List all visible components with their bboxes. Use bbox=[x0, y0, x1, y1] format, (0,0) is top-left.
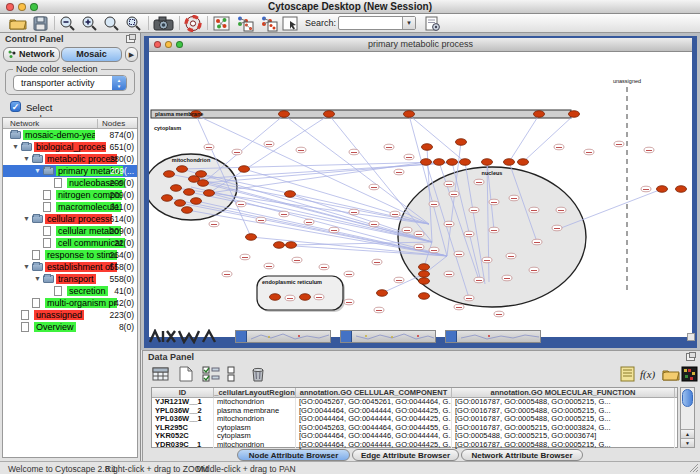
attribute-matrix-icon[interactable] bbox=[681, 365, 700, 383]
window-titlebar[interactable]: Cytoscape Desktop (New Session) bbox=[0, 0, 700, 14]
column-header-0[interactable]: ID bbox=[152, 388, 214, 398]
tree-col-nodes[interactable]: Nodes bbox=[102, 119, 125, 128]
tree-col-network[interactable]: Network bbox=[10, 119, 39, 128]
minimized-network-window-3[interactable] bbox=[445, 330, 541, 343]
unassigned-label: unassigned bbox=[613, 78, 641, 84]
expand-triangle-icon[interactable]: ▼ bbox=[12, 143, 19, 151]
open-session-icon[interactable] bbox=[8, 15, 28, 32]
scroll-down-arrow[interactable]: ▼ bbox=[681, 438, 694, 447]
delete-attribute-icon[interactable] bbox=[248, 365, 268, 383]
expand-triangle-icon[interactable]: ▼ bbox=[34, 275, 41, 283]
tree-row-cell-communicat[interactable]: cell communicat22(0) bbox=[3, 237, 137, 249]
tab-mosaic[interactable]: Mosaic bbox=[61, 47, 122, 62]
attribute-editor-icon[interactable] bbox=[618, 365, 638, 383]
tab-edge-attribute-browser[interactable]: Edge Attribute Browser bbox=[352, 449, 459, 461]
selected-gene-node bbox=[324, 111, 335, 118]
table-scrollbar[interactable]: ▲ ▼ bbox=[680, 387, 695, 448]
netwin-resize-grip[interactable] bbox=[687, 333, 695, 341]
node-color-dropdown[interactable]: transporter activity ▲▼ bbox=[13, 75, 127, 91]
zoom-fit-icon[interactable] bbox=[102, 15, 122, 32]
window-resize-grip[interactable] bbox=[689, 463, 699, 473]
table-row-YLR295C[interactable]: YLR295Ccytoplasm[GO:0045263, GO:0044464,… bbox=[152, 424, 677, 433]
zoom-in-icon[interactable] bbox=[80, 15, 100, 32]
float-data-panel-icon[interactable] bbox=[686, 353, 695, 361]
tree-row-cellular-process[interactable]: ▼cellular process614(0) bbox=[3, 213, 137, 225]
tree-row-mosaic-demo-yeast[interactable]: mosaic-demo-yeast874(0) bbox=[3, 129, 137, 141]
status-bar: Welcome to Cytoscape 2.8.1 Right-click +… bbox=[0, 461, 700, 474]
select-nodes-checkbox[interactable]: ✓ bbox=[10, 101, 21, 112]
select-attributes-icon[interactable] bbox=[201, 365, 221, 383]
tree-row-metabolic-process[interactable]: ▼metabolic process280(0) bbox=[3, 153, 137, 165]
search-settings-icon[interactable] bbox=[423, 15, 443, 32]
import-attributes-icon[interactable] bbox=[661, 365, 681, 383]
tree-row-unassigned[interactable]: unassigned223(0) bbox=[3, 309, 137, 321]
expand-triangle-icon[interactable]: ▼ bbox=[23, 155, 30, 163]
tree-row-biological-process[interactable]: ▼biological_process651(0) bbox=[3, 141, 137, 153]
column-header-2[interactable]: annotation.GO CELLULAR_COMPONENT bbox=[296, 388, 452, 398]
formula-builder-icon[interactable]: f(x) bbox=[638, 365, 658, 383]
table-row-YPL036W__1[interactable]: YPL036W__1mitochondrion[GO:0044464, GO:0… bbox=[152, 415, 677, 424]
save-session-icon[interactable] bbox=[31, 15, 51, 32]
table-row-YKR052C[interactable]: YKR052Ccytoplasm[GO:0044464, GO:0044446,… bbox=[152, 432, 677, 441]
netwin-zoom-button[interactable] bbox=[176, 41, 183, 48]
network-tree: Network Nodes mosaic-demo-yeast874(0)▼bi… bbox=[2, 117, 138, 458]
tree-row-cellular-metabo[interactable]: cellular metabo209(0) bbox=[3, 225, 137, 237]
tree-row-macromolecule[interactable]: macromolecule311(0) bbox=[3, 201, 137, 213]
selected-gene-node bbox=[404, 111, 415, 118]
network-canvas[interactable]: plasma membranecytoplasmmitochondrionnuc… bbox=[149, 52, 692, 337]
zoom-window-button[interactable] bbox=[30, 3, 38, 11]
table-cell: [GO:0016787, GO:0005488, GO:0005215, G..… bbox=[452, 398, 675, 407]
selected-gene-node bbox=[419, 278, 430, 285]
expand-triangle-icon[interactable]: ▼ bbox=[34, 167, 41, 175]
close-window-button[interactable] bbox=[6, 3, 14, 11]
minimize-window-button[interactable] bbox=[18, 3, 26, 11]
tab-network-attribute-browser[interactable]: Network Attribute Browser bbox=[461, 449, 583, 461]
tree-row-overview[interactable]: Overview8(0) bbox=[3, 321, 137, 333]
zoom-selected-icon[interactable] bbox=[124, 15, 144, 32]
create-view-icon[interactable] bbox=[234, 15, 254, 32]
tree-row-nitrogen-compo[interactable]: nitrogen compo209(0) bbox=[3, 189, 137, 201]
destroy-view-icon[interactable] bbox=[258, 15, 278, 32]
network-tree-header[interactable]: Network Nodes bbox=[3, 118, 137, 129]
float-panel-icon[interactable] bbox=[126, 35, 135, 43]
more-tabs-arrow[interactable]: ▶ bbox=[125, 47, 138, 62]
table-row-YPL036W__2[interactable]: YPL036W__2plasma membrane[GO:0044464, GO… bbox=[152, 407, 677, 416]
netwin-minimize-button[interactable] bbox=[165, 41, 172, 48]
snapshot-camera-icon[interactable] bbox=[153, 15, 173, 32]
annotation-icon[interactable] bbox=[281, 15, 301, 32]
unselect-attributes-icon[interactable] bbox=[223, 365, 243, 383]
scrollbar-thumb[interactable] bbox=[682, 389, 693, 407]
tree-row-nucleobase-c[interactable]: nucleobase-c209(0) bbox=[3, 177, 137, 189]
tree-row-primary-metabo[interactable]: ▼primary metabo209(... bbox=[3, 165, 137, 177]
table-cell: YJR121W__1 bbox=[152, 398, 214, 407]
tree-row-multi-organism-pro[interactable]: multi-organism pro42(0) bbox=[3, 297, 137, 309]
help-lifebuoy-icon[interactable] bbox=[184, 15, 204, 32]
table-row-YJR121W__1[interactable]: YJR121W__1mitochondrion[GO:0045267, GO:0… bbox=[152, 398, 677, 407]
tree-row-response-to-stimulu[interactable]: response to stimulu264(0) bbox=[3, 249, 137, 261]
tree-row-secretion[interactable]: secretion41(0) bbox=[3, 285, 137, 297]
attribute-table-header[interactable]: ID_cellularLayoutRegionannotation.GO CEL… bbox=[152, 388, 677, 398]
netwin-close-button[interactable] bbox=[154, 41, 161, 48]
expand-triangle-icon[interactable]: ▼ bbox=[23, 215, 30, 223]
new-attribute-icon[interactable] bbox=[176, 365, 196, 383]
scroll-up-arrow[interactable]: ▲ bbox=[681, 429, 694, 438]
tab-node-attribute-browser[interactable]: Node Attribute Browser bbox=[237, 449, 350, 461]
network-window[interactable]: primary metabolic process plasma membran… bbox=[144, 36, 697, 348]
expand-triangle-icon[interactable]: ▼ bbox=[23, 263, 30, 271]
search-dropdown-arrow[interactable]: ▼ bbox=[402, 17, 415, 29]
minimized-network-window-2[interactable] bbox=[340, 330, 436, 343]
attribute-table-icon[interactable] bbox=[151, 365, 171, 383]
search-input[interactable]: ▼ bbox=[338, 16, 416, 30]
zoom-out-icon[interactable] bbox=[58, 15, 78, 32]
column-header-1[interactable]: _cellularLayoutRegion bbox=[214, 388, 296, 398]
tab-network[interactable]: Network bbox=[3, 47, 60, 62]
tree-row-establishment-of-lo[interactable]: ▼establishment of lo558(0) bbox=[3, 261, 137, 273]
tree-item-label: Overview bbox=[34, 322, 76, 332]
selected-gene-node bbox=[239, 166, 250, 173]
network-window-titlebar[interactable]: primary metabolic process bbox=[149, 38, 692, 52]
network-overview-icon[interactable] bbox=[212, 15, 232, 32]
column-header-3[interactable]: annotation.GO MOLECULAR_FUNCTION bbox=[452, 388, 675, 398]
tree-row-transport[interactable]: ▼transport558(0) bbox=[3, 273, 137, 285]
minimized-network-window-1[interactable] bbox=[235, 330, 331, 343]
table-row-YDR039C__1[interactable]: YDR039C__1mitochondrion[GO:0044464, GO:0… bbox=[152, 441, 677, 450]
